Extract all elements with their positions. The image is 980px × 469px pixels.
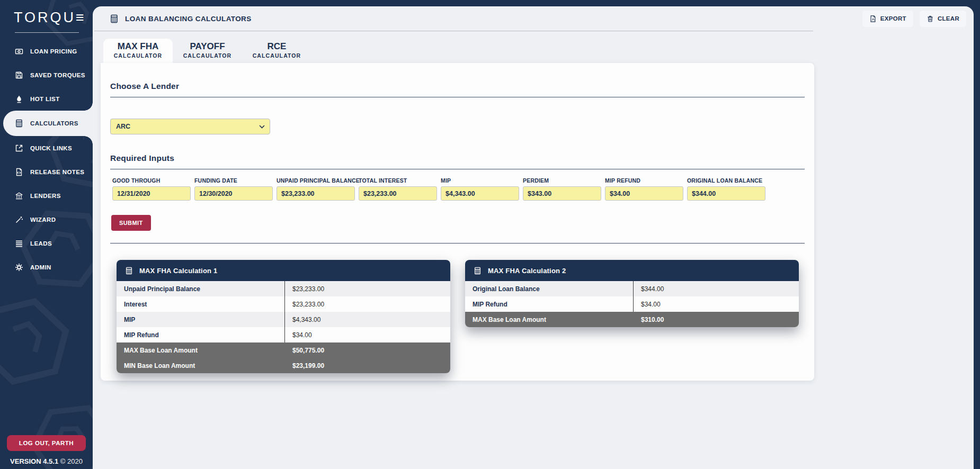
bank-icon bbox=[15, 192, 23, 200]
tab-title: PAYOFF bbox=[173, 41, 242, 52]
trash-icon bbox=[926, 15, 934, 23]
sidebar-item-label: LOAN PRICING bbox=[30, 48, 77, 55]
field-label: TOTAL INTEREST bbox=[359, 177, 437, 184]
save-icon bbox=[15, 71, 23, 79]
lender-select[interactable]: ARC bbox=[110, 119, 270, 134]
result-value: $34.00 bbox=[285, 331, 312, 339]
tab-payoff[interactable]: PAYOFF CALCAULATOR bbox=[173, 39, 242, 63]
calculator-icon bbox=[15, 119, 23, 128]
table-row: MIP $4,343.00 bbox=[117, 312, 450, 327]
logo-divider bbox=[15, 32, 79, 33]
table-row: Original Loan Balance $344.00 bbox=[465, 281, 799, 296]
field-mip-refund: MIP REFUND bbox=[605, 177, 683, 201]
export-button[interactable]: EXPORT bbox=[862, 11, 913, 27]
version-text: VERSION 4.5.1 © 2020 bbox=[0, 457, 93, 465]
version-copyright: © 2020 bbox=[60, 457, 83, 465]
max-fha-calculation-2-table: MAX FHA Calculation 2 Original Loan Bala… bbox=[465, 260, 799, 327]
sidebar-item-release-notes[interactable]: RELEASE NOTES bbox=[0, 160, 93, 184]
result-label: MIP bbox=[117, 312, 285, 327]
table-row: Interest $23,233.00 bbox=[117, 296, 450, 312]
sidebar-item-loan-pricing[interactable]: LOAN PRICING bbox=[0, 39, 93, 63]
topbar-divider bbox=[94, 31, 813, 31]
required-inputs-heading: Required Inputs bbox=[110, 154, 805, 163]
table-row: MIP Refund $34.00 bbox=[465, 296, 799, 312]
result-value: $310.00 bbox=[634, 316, 664, 323]
clear-button[interactable]: CLEAR bbox=[920, 11, 966, 27]
main-panel: LOAN BALANCING CALCULATORS EXPORT CLEAR … bbox=[93, 6, 974, 469]
external-link-icon bbox=[15, 144, 23, 152]
result-value: $23,233.00 bbox=[285, 285, 324, 293]
sidebar-item-admin[interactable]: ADMIN bbox=[0, 255, 93, 279]
perdiem-input[interactable] bbox=[523, 186, 601, 201]
table-row: MIP Refund $34.00 bbox=[117, 327, 450, 342]
table-title: MAX FHA Calculation 2 bbox=[488, 267, 566, 275]
sidebar-item-wizard[interactable]: WIZARD bbox=[0, 208, 93, 231]
sidebar-item-label: CALCULATORS bbox=[30, 120, 78, 127]
logout-button[interactable]: LOG OUT, PARTH bbox=[7, 435, 86, 451]
clear-label: CLEAR bbox=[938, 15, 959, 22]
results-area: MAX FHA Calculation 1 Unpaid Principal B… bbox=[117, 260, 805, 373]
field-good-through: GOOD THROUGH bbox=[112, 177, 191, 201]
table-row-highlight: MIN Base Loan Amount $23,199.00 bbox=[117, 358, 450, 373]
table-header: MAX FHA Calculation 2 bbox=[465, 260, 799, 281]
list-icon bbox=[15, 239, 23, 248]
tab-rce[interactable]: RCE CALCAULATOR bbox=[242, 39, 311, 63]
sidebar-item-label: HOT LIST bbox=[30, 96, 60, 102]
funding-date-input[interactable] bbox=[194, 186, 273, 201]
field-label: UNPAID PRINCIPAL BALANCE bbox=[277, 177, 355, 184]
field-label: MIP REFUND bbox=[605, 177, 683, 184]
sidebar-item-hot-list[interactable]: HOT LIST bbox=[0, 87, 93, 111]
section-divider bbox=[110, 243, 805, 243]
good-through-input[interactable] bbox=[112, 186, 191, 201]
required-inputs-grid: GOOD THROUGH FUNDING DATE UNPAID PRINCIP… bbox=[112, 177, 805, 201]
export-label: EXPORT bbox=[880, 15, 906, 22]
result-value: $50,775.00 bbox=[285, 347, 324, 354]
banknote-icon bbox=[15, 47, 23, 56]
hexagon-watermark bbox=[16, 387, 93, 469]
result-value: $344.00 bbox=[634, 285, 664, 293]
result-value: $34.00 bbox=[634, 301, 661, 308]
sidebar-item-quick-links[interactable]: QUICK LINKS bbox=[0, 136, 93, 160]
field-label: ORIGINAL LOAN BALANCE bbox=[687, 177, 765, 184]
sidebar-item-label: WIZARD bbox=[30, 217, 56, 223]
calculator-icon bbox=[125, 267, 133, 275]
sidebar-item-label: SAVED TORQUES bbox=[30, 72, 85, 78]
lender-select-wrap: ARC bbox=[110, 119, 270, 134]
wand-icon bbox=[15, 215, 23, 224]
sidebar-item-leads[interactable]: LEADS bbox=[0, 231, 93, 255]
table-row-highlight: MAX Base Loan Amount $310.00 bbox=[465, 312, 799, 327]
mip-input[interactable] bbox=[441, 186, 519, 201]
field-label: PERDIEM bbox=[523, 177, 601, 184]
table-header: MAX FHA Calculation 1 bbox=[117, 260, 450, 281]
result-label: Interest bbox=[117, 296, 285, 312]
sidebar-item-lenders[interactable]: LENDERS bbox=[0, 184, 93, 208]
topbar: LOAN BALANCING CALCULATORS EXPORT CLEAR bbox=[93, 6, 974, 31]
submit-button[interactable]: SUBMIT bbox=[111, 215, 151, 231]
hexagon-watermark bbox=[0, 286, 79, 396]
active-item-curve bbox=[84, 102, 93, 111]
result-label: MIP Refund bbox=[117, 327, 285, 342]
tab-subtitle: CALCAULATOR bbox=[173, 52, 242, 59]
original-loan-balance-input[interactable] bbox=[687, 186, 765, 201]
sidebar-item-saved-torques[interactable]: SAVED TORQUES bbox=[0, 63, 93, 87]
sidebar-item-label: RELEASE NOTES bbox=[30, 169, 84, 175]
sidebar-item-label: LEADS bbox=[30, 240, 52, 247]
field-label: FUNDING DATE bbox=[194, 177, 273, 184]
unpaid-principal-balance-input[interactable] bbox=[277, 186, 355, 201]
mip-refund-input[interactable] bbox=[605, 186, 683, 201]
field-label: MIP bbox=[441, 177, 519, 184]
field-mip: MIP bbox=[441, 177, 519, 201]
sidebar-item-label: QUICK LINKS bbox=[30, 145, 72, 151]
file-code-icon bbox=[15, 168, 23, 176]
sidebar: TORQU≡ LOAN PRICING SAVED TORQUES HOT LI… bbox=[0, 0, 93, 469]
tab-max-fha[interactable]: MAX FHA CALCAULATOR bbox=[103, 39, 173, 63]
total-interest-input[interactable] bbox=[359, 186, 437, 201]
sidebar-menu: LOAN PRICING SAVED TORQUES HOT LIST CALC… bbox=[0, 39, 93, 279]
sidebar-item-label: ADMIN bbox=[30, 264, 51, 270]
page-title: LOAN BALANCING CALCULATORS bbox=[125, 15, 252, 23]
result-value: $23,233.00 bbox=[285, 301, 324, 308]
lender-heading: Choose A Lender bbox=[110, 82, 805, 91]
result-value: $23,199.00 bbox=[285, 362, 324, 369]
sidebar-item-calculators[interactable]: CALCULATORS bbox=[3, 111, 93, 136]
result-label: MAX Base Loan Amount bbox=[117, 342, 285, 358]
